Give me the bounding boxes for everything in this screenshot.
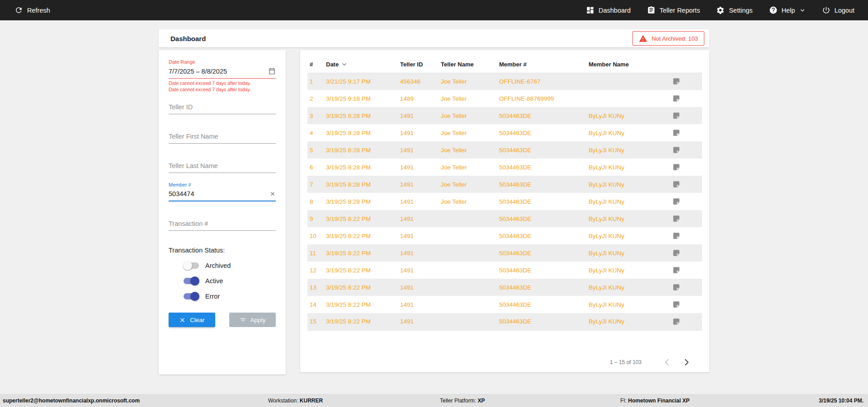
table-row[interactable]: 6 3/19/25 8:28 PM 1491 Joe Teller 503446… [307, 159, 702, 176]
note-icon[interactable] [672, 77, 702, 85]
transaction-number-input[interactable] [169, 217, 276, 231]
cell-teller-id: 456346 [398, 73, 439, 90]
note-icon[interactable] [672, 197, 702, 206]
cell-note [670, 279, 702, 296]
cell-note [670, 141, 702, 159]
table-row[interactable]: 13 3/19/25 8:22 PM 1491 5034463DE ByLyJI… [307, 279, 702, 296]
note-icon[interactable] [672, 300, 702, 309]
cell-teller-id: 1491 [398, 176, 439, 193]
cell-member-number: 5034463DE [497, 296, 586, 313]
nav-logout[interactable]: Logout [822, 6, 854, 14]
cell-date: 3/19/25 8:28 PM [324, 124, 398, 141]
note-icon[interactable] [672, 129, 702, 137]
note-icon[interactable] [672, 112, 702, 120]
nav-logout-label: Logout [835, 7, 854, 14]
note-icon[interactable] [672, 94, 702, 103]
date-range-field[interactable]: 7/7/2025 – 8/8/2025 [169, 65, 276, 79]
toggle-error[interactable]: Error [183, 292, 276, 301]
date-range-value: 7/7/2025 – 8/8/2025 [169, 68, 227, 75]
cell-teller-name: Joe Teller [439, 141, 497, 159]
table-row[interactable]: 1 3/21/25 9:17 PM 456346 Joe Teller OFFL… [307, 73, 702, 90]
cell-note [670, 193, 702, 210]
cell-date: 3/19/25 8:22 PM [324, 262, 398, 279]
table-row[interactable]: 3 3/19/25 8:28 PM 1491 Joe Teller 503446… [307, 107, 702, 124]
table-row[interactable]: 11 3/19/25 8:22 PM 1491 5034463DE ByLyJI… [307, 244, 702, 262]
cell-member-number: 5034463DE [497, 124, 586, 141]
cell-teller-name: Joe Teller [439, 124, 497, 141]
table-row[interactable]: 5 3/19/25 8:28 PM 1491 Joe Teller 503446… [307, 141, 702, 159]
note-icon[interactable] [672, 215, 702, 223]
page-title: Dashboard [170, 35, 206, 42]
date-error-2: Date cannot exceed 7 days after today. [169, 87, 276, 93]
teller-id-input[interactable] [169, 101, 276, 114]
cell-note [670, 176, 702, 193]
footer-platform-label: Teller Platform: [440, 398, 476, 404]
footer-fi-value: Hometown Financial XP [628, 398, 689, 404]
note-icon[interactable] [672, 283, 702, 291]
table-row[interactable]: 7 3/19/25 8:28 PM 1491 Joe Teller 503446… [307, 176, 702, 193]
calendar-icon[interactable] [268, 67, 276, 75]
cell-teller-id: 1491 [398, 141, 439, 159]
note-icon[interactable] [672, 318, 702, 326]
table-row[interactable]: 4 3/19/25 8:28 PM 1491 Joe Teller 503446… [307, 124, 702, 141]
cell-row-number: 14 [307, 296, 324, 313]
filter-panel: Date Range 7/7/2025 – 8/8/2025 Date cann… [159, 50, 286, 374]
power-icon [822, 6, 830, 14]
member-number-input[interactable] [169, 187, 276, 201]
filter-icon [240, 317, 246, 323]
clear-member-icon[interactable] [269, 191, 276, 197]
table-row[interactable]: 2 3/19/25 9:18 PM 1489 Joe Teller OFFLIN… [307, 90, 702, 107]
note-icon[interactable] [672, 163, 702, 171]
pagination-next-button[interactable] [681, 357, 692, 368]
clear-button[interactable]: Clear [169, 313, 215, 327]
nav-dashboard[interactable]: Dashboard [586, 6, 631, 14]
warning-icon [639, 34, 647, 43]
cell-teller-name [439, 313, 497, 330]
cell-member-number: 5034463DE [497, 159, 586, 176]
table-row[interactable]: 8 3/19/25 8:28 PM 1491 Joe Teller 503446… [307, 193, 702, 210]
nav-teller-reports[interactable]: Teller Reports [647, 6, 700, 14]
nav-help-label: Help [782, 7, 795, 14]
cell-teller-id: 1491 [398, 313, 439, 330]
footer-user-email: superteller2@hometownfinancialxp.onmicro… [3, 398, 140, 404]
toggle-active-label: Active [205, 277, 223, 285]
note-icon[interactable] [672, 180, 702, 188]
nav-help[interactable]: Help [769, 6, 806, 14]
not-archived-badge: Not Archived: 103 [632, 31, 704, 46]
table-row[interactable]: 9 3/19/25 8:22 PM 1491 5034463DE ByLyJI … [307, 210, 702, 227]
footer-workstation-value: KURRER [300, 398, 323, 404]
toggle-active[interactable]: Active [183, 276, 276, 285]
toggle-archived[interactable]: Archived [183, 261, 276, 270]
member-number-label: Member # [169, 182, 276, 187]
cell-date: 3/19/25 8:22 PM [324, 313, 398, 330]
cell-row-number: 9 [307, 210, 324, 227]
header-member-number: Member # [497, 56, 586, 73]
cell-teller-name: Joe Teller [439, 159, 497, 176]
note-icon[interactable] [672, 266, 702, 274]
nav-settings[interactable]: Settings [716, 6, 752, 14]
cell-member-name: ByLyJI KUNy [586, 193, 670, 210]
teller-last-name-input[interactable] [169, 159, 276, 173]
header-teller-id: Teller ID [398, 56, 439, 73]
table-row[interactable]: 14 3/19/25 8:22 PM 1491 5034463DE ByLyJI… [307, 296, 702, 313]
table-row[interactable]: 12 3/19/25 8:22 PM 1491 5034463DE ByLyJI… [307, 262, 702, 279]
header-date[interactable]: Date [324, 56, 398, 73]
error-switch [183, 292, 199, 301]
footer-platform: Teller Platform: XP [440, 398, 485, 404]
cell-member-name: ByLyJI KUNy [586, 159, 670, 176]
footer-workstation-label: Workstation: [268, 398, 298, 404]
apply-button[interactable]: Apply [229, 313, 276, 327]
note-icon[interactable] [672, 249, 702, 257]
table-row[interactable]: 15 3/19/25 8:22 PM 1491 5034463DE ByLyJI… [307, 313, 702, 330]
cell-note [670, 262, 702, 279]
table-row[interactable]: 10 3/19/25 8:22 PM 1491 5034463DE ByLyJI… [307, 227, 702, 244]
refresh-button[interactable]: Refresh [14, 6, 50, 14]
cell-note [670, 73, 702, 90]
pagination-prev-button[interactable] [661, 357, 672, 368]
cell-note [670, 159, 702, 176]
not-archived-badge-label: Not Archived: 103 [651, 35, 698, 42]
teller-first-name-input[interactable] [169, 130, 276, 144]
top-nav-bar: Refresh Dashboard Teller Reports Setting… [0, 0, 868, 20]
note-icon[interactable] [672, 146, 702, 154]
note-icon[interactable] [672, 232, 702, 240]
